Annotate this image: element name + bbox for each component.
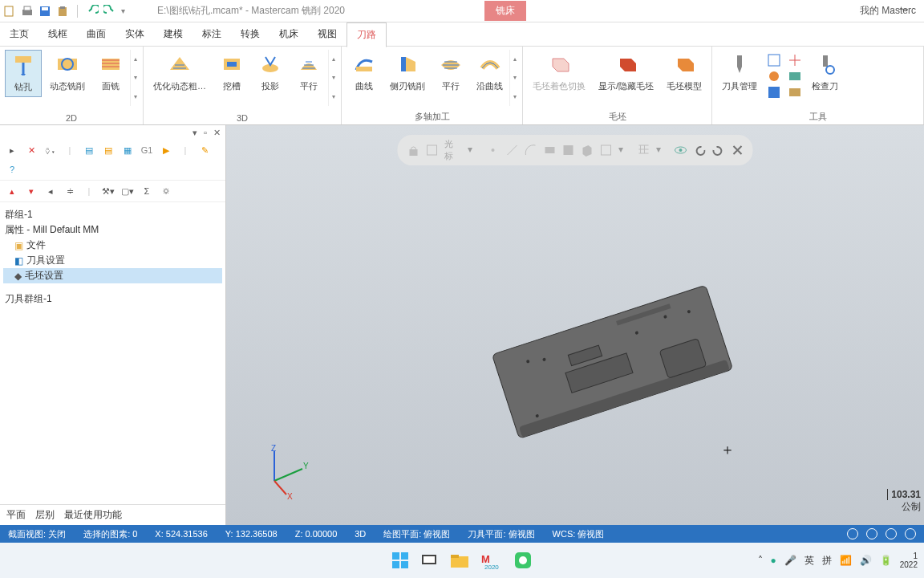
pt-ins[interactable]: ⎀▾ [43, 143, 58, 157]
paste-icon[interactable] [56, 5, 69, 18]
tab-recent[interactable]: 最近使用功能 [64, 508, 122, 522]
tab-toolpath[interactable]: 刀路 [346, 22, 387, 47]
taskview-icon[interactable] [420, 552, 438, 569]
tab-model[interactable]: 建模 [154, 22, 192, 46]
group-expand-2d[interactable]: ▴▾▾ [130, 50, 140, 106]
status-tplane[interactable]: 刀具平面: 俯视图 [468, 528, 534, 540]
panel-close-icon[interactable]: ✕ [213, 128, 221, 138]
operations-tree[interactable]: 群组-1 属性 - Mill Default MM ▣文件 ◧刀具设置 ◆毛坯设… [0, 202, 225, 504]
tab-machine[interactable]: 机床 [270, 22, 308, 46]
start-icon[interactable] [391, 552, 409, 569]
mini-tool-3[interactable] [767, 85, 781, 100]
mini-tool-4[interactable] [788, 53, 802, 67]
parallel-3d-button[interactable]: 平行 [291, 50, 326, 96]
pt2-down[interactable]: ▾ [24, 184, 38, 198]
globe-icon-1[interactable] [847, 528, 858, 539]
new-icon[interactable] [3, 5, 16, 18]
minimize-button[interactable]: — [898, 3, 908, 14]
mini-tool-5[interactable] [788, 69, 802, 83]
mini-tool-1[interactable] [767, 53, 781, 67]
curve-button[interactable]: 曲线 [346, 50, 382, 96]
stock-shade-button[interactable]: 毛坯着色切换 [528, 50, 590, 96]
tab-xform[interactable]: 转换 [231, 22, 270, 46]
parallel-multi-button[interactable]: 平行 [433, 50, 468, 96]
arc-icon[interactable] [525, 144, 537, 157]
mini-tool-2[interactable] [767, 69, 781, 83]
redo-sel-icon[interactable] [712, 144, 724, 157]
line-icon[interactable] [505, 144, 517, 157]
pt2-box[interactable]: ▢▾ [120, 184, 135, 198]
tray-mic-icon[interactable]: 🎤 [784, 555, 796, 566]
globe-icon-4[interactable] [905, 528, 916, 539]
tab-levels[interactable]: 层别 [35, 508, 55, 522]
tab-planes[interactable]: 平面 [6, 508, 26, 522]
pt-g1[interactable]: G1 [140, 143, 154, 157]
redo-icon[interactable] [103, 5, 116, 18]
solid-icon[interactable] [581, 144, 593, 157]
globe-icon-2[interactable] [866, 528, 877, 539]
tab-surf[interactable]: 曲面 [77, 22, 116, 46]
pt-run[interactable]: ▶ [159, 143, 173, 157]
panel-pin-icon[interactable]: ▫ [204, 128, 207, 137]
drill-button[interactable]: 钻孔 [5, 50, 42, 97]
ime-lang[interactable]: 英 [804, 554, 814, 568]
mini-tool-6[interactable] [788, 85, 802, 100]
project-button[interactable]: 投影 [253, 50, 288, 96]
pt-icon[interactable] [487, 144, 499, 157]
end-sel-icon[interactable] [731, 144, 743, 157]
app-green-icon[interactable] [513, 551, 533, 570]
along-curve-button[interactable]: 沿曲线 [472, 50, 508, 96]
status-mode[interactable]: 3D [355, 529, 366, 539]
context-tab-mill[interactable]: 铣床 [484, 1, 526, 21]
undo-icon[interactable] [86, 5, 99, 18]
group-expand-3d[interactable]: ▴▾▾ [328, 50, 338, 106]
viewport[interactable]: 光标 ▾ ▾ ▾ [226, 125, 924, 525]
wifi-icon[interactable]: 📶 [840, 555, 852, 566]
pt2-div[interactable]: ≑ [63, 184, 77, 198]
battery-icon[interactable]: 🔋 [880, 555, 892, 566]
eye-icon[interactable] [675, 144, 687, 157]
undo-sel-icon[interactable] [693, 144, 705, 157]
tab-wire[interactable]: 线框 [38, 22, 77, 46]
check-tool-button[interactable]: 检查刀 [807, 50, 843, 96]
pt2-gear[interactable]: ⛭ [159, 184, 173, 198]
pt2-left[interactable]: ◂ [43, 184, 58, 198]
tab-solid[interactable]: 实体 [116, 22, 154, 46]
pt-sheet1[interactable]: ▤ [82, 143, 96, 157]
volume-icon[interactable]: 🔊 [860, 555, 872, 566]
pt-help[interactable]: ? [5, 162, 19, 177]
pocket-button[interactable]: 挖槽 [214, 50, 249, 96]
pt-select[interactable]: ▸ [5, 143, 19, 157]
group-expand-multi[interactable]: ▴▾▾ [509, 50, 519, 106]
grid-icon[interactable] [637, 144, 649, 157]
panel-dropdown-icon[interactable]: ▾ [192, 128, 197, 138]
pt2-sigma[interactable]: Σ [140, 184, 154, 198]
tab-view[interactable]: 视图 [308, 22, 346, 46]
face-icon[interactable] [543, 144, 555, 157]
pt-x[interactable]: ✕ [24, 143, 38, 157]
globe-icon-3[interactable] [886, 528, 897, 539]
save-icon[interactable] [38, 5, 51, 18]
opt-rough-button[interactable]: 优化动态粗… [148, 50, 211, 96]
ime-mode[interactable]: 拼 [822, 554, 832, 568]
clock[interactable]: 1 2022 [900, 552, 918, 569]
dynamic-mill-button[interactable]: 动态铣削 [45, 50, 90, 96]
body-icon[interactable] [562, 144, 574, 157]
status-cplane[interactable]: 绘图平面: 俯视图 [383, 528, 450, 540]
status-section[interactable]: 截面视图: 关闭 [8, 528, 66, 540]
print-icon[interactable] [21, 5, 34, 18]
stock-display-button[interactable]: 显示/隐藏毛坯 [594, 50, 659, 96]
tool-manager-button[interactable]: 刀具管理 [717, 50, 762, 96]
face-mill-button[interactable]: 面铣 [93, 50, 128, 96]
mastercam-app-icon[interactable]: M2020 [481, 552, 502, 569]
cursor-icon[interactable] [426, 144, 438, 157]
pt-pencil[interactable]: ✎ [197, 143, 212, 157]
tab-dim[interactable]: 标注 [192, 22, 231, 46]
sel-icon[interactable] [599, 144, 611, 157]
pt2-wrench[interactable]: ⚒▾ [101, 184, 116, 198]
pt-sheet3[interactable]: ▦ [120, 143, 135, 157]
swarf-button[interactable]: 侧刃铣削 [385, 50, 430, 96]
lock-icon[interactable] [407, 144, 419, 157]
status-wcs[interactable]: WCS: 俯视图 [553, 528, 605, 540]
stock-model-button[interactable]: 毛坯模型 [662, 50, 707, 96]
